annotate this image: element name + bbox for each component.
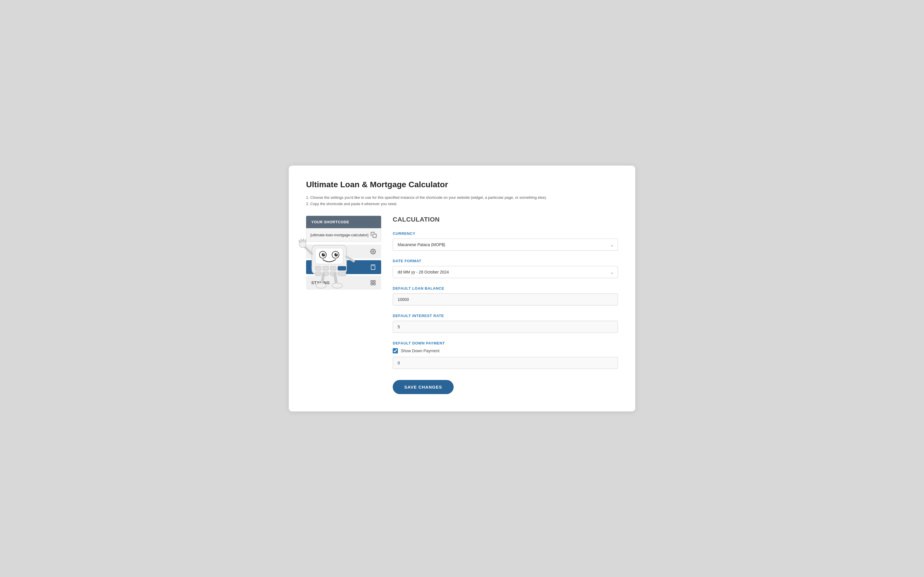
sidebar: YOUR SHORTCODE [ultimate-loan-mortgage-c… xyxy=(306,216,381,292)
svg-point-21 xyxy=(321,253,325,256)
svg-line-35 xyxy=(299,241,300,242)
currency-field-group: CURRENCY Macanese Pataca (MOP$) US Dolla… xyxy=(393,231,618,251)
svg-line-37 xyxy=(304,239,304,241)
currency-label: CURRENCY xyxy=(393,231,618,236)
svg-line-36 xyxy=(301,239,302,242)
svg-rect-14 xyxy=(374,281,375,282)
svg-point-42 xyxy=(316,283,326,288)
svg-rect-28 xyxy=(338,266,346,270)
svg-line-41 xyxy=(335,274,336,284)
down-payment-label: DEFAULT DOWN PAYMENT xyxy=(393,341,618,345)
svg-rect-25 xyxy=(315,266,321,270)
svg-point-43 xyxy=(332,283,342,288)
interest-rate-field-group: DEFAULT INTEREST RATE xyxy=(393,314,618,333)
interest-rate-input[interactable] xyxy=(393,321,618,333)
page-title: Ultimate Loan & Mortgage Calculator xyxy=(306,180,618,189)
gear-icon xyxy=(370,249,376,255)
svg-rect-29 xyxy=(315,272,321,276)
svg-point-1 xyxy=(373,251,374,253)
calculator-icon xyxy=(370,264,376,270)
currency-select[interactable]: Macanese Pataca (MOP$) US Dollar (USD) E… xyxy=(393,239,618,251)
instructions: 1. Choose the settings you'd like to use… xyxy=(306,195,618,207)
svg-rect-32 xyxy=(338,272,346,276)
down-payment-field-group: DEFAULT DOWN PAYMENT Show Down Payment xyxy=(393,341,618,369)
date-format-select-wrapper: dd MM yy - 28 October 2024 MM/dd/yyyy dd… xyxy=(393,266,618,278)
section-title: CALCULATION xyxy=(393,216,618,223)
svg-rect-26 xyxy=(323,266,329,270)
svg-rect-16 xyxy=(374,283,375,285)
instruction-line-1: 1. Choose the settings you'd like to use… xyxy=(306,195,618,201)
copy-icon[interactable] xyxy=(370,232,377,238)
save-changes-button[interactable]: SAVE CHANGES xyxy=(393,380,454,394)
svg-point-23 xyxy=(323,253,325,255)
layout: YOUR SHORTCODE [ultimate-loan-mortgage-c… xyxy=(306,216,618,394)
main-card: Ultimate Loan & Mortgage Calculator 1. C… xyxy=(289,166,635,411)
svg-rect-13 xyxy=(371,281,373,282)
loan-balance-input[interactable] xyxy=(393,293,618,306)
shortcode-header: YOUR SHORTCODE xyxy=(306,216,381,228)
show-down-payment-row: Show Down Payment xyxy=(393,348,618,353)
svg-line-39 xyxy=(347,257,354,261)
currency-select-wrapper: Macanese Pataca (MOP$) US Dollar (USD) E… xyxy=(393,239,618,251)
svg-point-22 xyxy=(334,253,338,256)
show-down-payment-checkbox[interactable] xyxy=(393,348,398,353)
svg-point-24 xyxy=(336,253,337,255)
main-content: CALCULATION CURRENCY Macanese Pataca (MO… xyxy=(393,216,618,394)
svg-rect-27 xyxy=(330,266,336,270)
date-format-label: DATE FORMAT xyxy=(393,259,618,263)
instruction-line-2: 2. Copy the shortcode and paste it where… xyxy=(306,201,618,207)
interest-rate-label: DEFAULT INTEREST RATE xyxy=(393,314,618,318)
svg-line-40 xyxy=(322,274,323,284)
loan-balance-field-group: DEFAULT LOAN BALANCE xyxy=(393,286,618,306)
svg-rect-15 xyxy=(371,283,373,285)
loan-balance-label: DEFAULT LOAN BALANCE xyxy=(393,286,618,290)
grid-icon xyxy=(370,280,376,285)
svg-rect-0 xyxy=(373,234,376,237)
date-format-field-group: DATE FORMAT dd MM yy - 28 October 2024 M… xyxy=(393,259,618,278)
svg-line-38 xyxy=(305,240,306,242)
down-payment-input[interactable] xyxy=(393,357,618,369)
calculator-mascot xyxy=(297,228,361,303)
show-down-payment-label: Show Down Payment xyxy=(401,348,439,353)
date-format-select[interactable]: dd MM yy - 28 October 2024 MM/dd/yyyy dd… xyxy=(393,266,618,278)
